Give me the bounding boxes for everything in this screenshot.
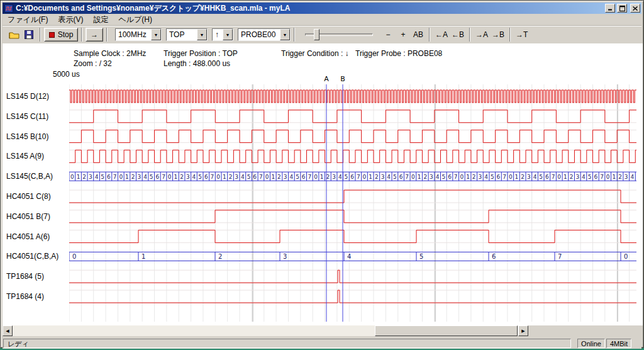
menu-item[interactable]: 表示(V) (53, 13, 88, 26)
svg-text:0: 0 (509, 174, 513, 180)
seek-b-left-button[interactable]: ←B (450, 28, 466, 42)
svg-text:6: 6 (253, 174, 257, 180)
svg-text:1: 1 (125, 174, 129, 180)
svg-text:4: 4 (192, 174, 196, 180)
scroll-left-button[interactable]: ◀ (3, 325, 13, 336)
svg-text:3: 3 (575, 174, 579, 180)
length-label: Length : 488.000 us (164, 59, 230, 68)
app-window: C:¥Documents and Settings¥noname¥デスクトップ¥… (0, 0, 644, 348)
menu-item[interactable]: ヘルプ(H) (113, 13, 157, 26)
maximize-button[interactable] (617, 4, 627, 13)
svg-text:7: 7 (552, 174, 555, 180)
svg-text:4: 4 (347, 253, 351, 260)
channel-label: TP1684 (5) (6, 271, 44, 281)
toolbar-separator (429, 28, 430, 42)
seek-a-left-button[interactable]: ←A (433, 28, 450, 42)
zoom-slider-thumb[interactable] (314, 29, 319, 40)
status-message: レディ (3, 339, 571, 348)
trigger-position-value: TOP (167, 29, 197, 40)
svg-text:7: 7 (308, 174, 311, 180)
svg-text:1: 1 (77, 174, 80, 180)
svg-text:4: 4 (387, 174, 391, 180)
window-title: C:¥Documents and Settings¥noname¥デスクトップ¥… (16, 3, 603, 14)
run-button[interactable]: → (86, 28, 103, 42)
main-panel: Sample Clock : 2MHz Trigger Position : T… (3, 43, 643, 325)
trigger-position-combo[interactable]: TOP ▼ (166, 28, 208, 41)
channel-label: TP1684 (4) (6, 291, 44, 302)
waveform-plot[interactable]: 0123456701234567012345670123456701234567… (69, 73, 636, 322)
svg-text:7: 7 (454, 174, 458, 180)
seek-trigger-button[interactable]: →T (514, 28, 530, 42)
stop-button[interactable]: Stop (44, 28, 78, 42)
minimize-button[interactable] (605, 4, 615, 13)
svg-text:5: 5 (101, 174, 104, 180)
scroll-right-button[interactable]: ▶ (518, 325, 528, 336)
save-file-button[interactable] (21, 28, 36, 42)
svg-text:2: 2 (277, 174, 281, 180)
svg-text:3: 3 (186, 174, 190, 180)
channel-label: HC4051 A(6) (6, 232, 50, 242)
menu-item[interactable]: ファイル(F) (3, 13, 53, 26)
seek-b-right-button[interactable]: →B (490, 28, 506, 42)
svg-text:4: 4 (533, 174, 537, 180)
trigger-edge-combo[interactable]: ↑ ▼ (212, 28, 233, 41)
svg-text:6: 6 (204, 174, 208, 180)
svg-text:3: 3 (479, 174, 482, 180)
toolbar-nav-buttons: −+AB←A←B→A→B→T (380, 28, 530, 42)
svg-text:4: 4 (582, 174, 586, 180)
cursor-ab-button[interactable]: AB (411, 28, 426, 42)
channel-label: LS145 A(9) (6, 151, 44, 161)
svg-text:5: 5 (539, 174, 543, 180)
svg-text:5: 5 (588, 174, 592, 180)
menu-item[interactable]: 設定 (88, 13, 113, 26)
svg-text:4: 4 (143, 174, 147, 180)
svg-text:6: 6 (107, 174, 111, 180)
svg-text:2: 2 (618, 174, 622, 180)
svg-text:1: 1 (466, 174, 470, 180)
svg-text:6: 6 (302, 174, 306, 180)
scrollbar-thumb[interactable] (375, 325, 518, 336)
sample-clock-combo[interactable]: 100MHz ▼ (115, 28, 162, 41)
chevron-down-icon[interactable]: ▼ (197, 29, 207, 40)
svg-text:7: 7 (558, 253, 562, 260)
svg-text:2: 2 (131, 174, 135, 180)
chevron-down-icon[interactable]: ▼ (151, 29, 161, 40)
app-icon (4, 4, 14, 13)
svg-text:2: 2 (218, 253, 222, 260)
toolbar-separator (469, 28, 470, 42)
svg-text:3: 3 (430, 174, 433, 180)
chevron-down-icon[interactable]: ▼ (223, 29, 233, 40)
zoom-slider[interactable] (304, 28, 374, 42)
svg-text:2: 2 (423, 174, 427, 180)
svg-text:4: 4 (631, 174, 635, 180)
zoom-in-button[interactable]: + (396, 28, 411, 42)
channel-label: LS145 B(10) (6, 132, 48, 142)
sample-clock-label: Sample Clock : 2MHz (74, 49, 146, 58)
title-bar[interactable]: C:¥Documents and Settings¥noname¥デスクトップ¥… (3, 3, 641, 14)
svg-text:0: 0 (119, 174, 123, 180)
chevron-down-icon[interactable]: ▼ (280, 29, 290, 40)
svg-text:5: 5 (247, 174, 251, 180)
horizontal-scrollbar[interactable]: ◀ ▶ (3, 325, 528, 336)
svg-text:7: 7 (113, 174, 117, 180)
trigger-probe-combo[interactable]: PROBE00 ▼ (238, 28, 291, 41)
zoom-out-button[interactable]: − (380, 28, 396, 42)
toolbar-separator (106, 28, 108, 42)
svg-text:1: 1 (223, 174, 226, 180)
close-button[interactable] (630, 4, 640, 13)
svg-text:5: 5 (198, 174, 202, 180)
svg-text:7: 7 (259, 174, 263, 180)
svg-text:2: 2 (521, 174, 525, 180)
sample-clock-value: 100MHz (116, 29, 151, 40)
svg-text:0: 0 (363, 174, 367, 180)
svg-text:4: 4 (338, 174, 342, 180)
svg-text:1: 1 (271, 174, 275, 180)
svg-text:5: 5 (150, 174, 153, 180)
svg-text:6: 6 (545, 174, 549, 180)
toolbar-separator (40, 28, 41, 42)
svg-text:2: 2 (82, 174, 86, 180)
svg-text:3: 3 (332, 174, 336, 180)
seek-a-right-button[interactable]: →A (474, 28, 490, 42)
open-file-button[interactable] (6, 28, 21, 42)
svg-text:0: 0 (168, 174, 172, 180)
